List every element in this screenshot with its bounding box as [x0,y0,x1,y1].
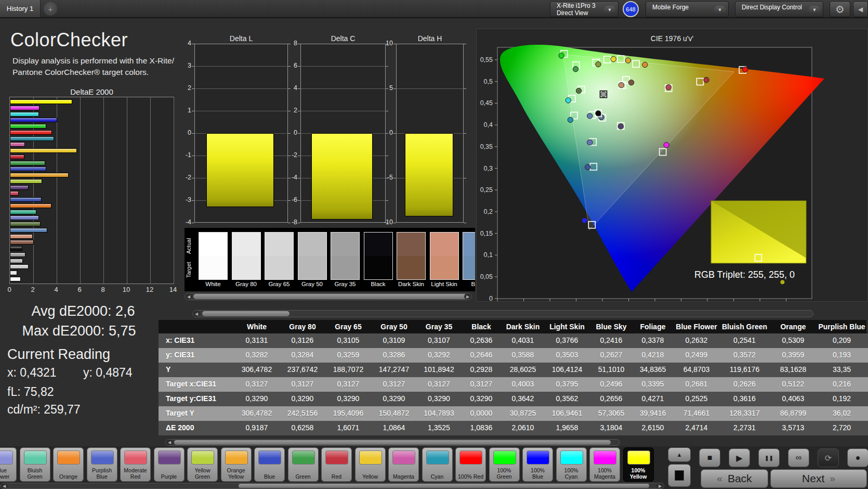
patch-swatch-white[interactable] [199,232,228,280]
patch-button-purplish-blue[interactable]: PurplishBlue [87,447,117,482]
record-button[interactable]: ● [847,448,868,467]
page-description-line2: Pantone ColorChecker® target colors. [12,68,149,77]
patch-button-blue-flower[interactable]: BlueFlower [0,447,17,482]
patch-color-swatch [459,451,482,465]
patch-swatch-light-skin[interactable] [430,232,459,280]
table-cell: 0,2626 [720,377,769,392]
patch-color-swatch [258,451,281,465]
table-col-header: Gray 65 [325,320,371,333]
patch-swatch-gray-50[interactable] [298,232,327,280]
scroll-right-icon[interactable]: ▶ [656,483,664,488]
table-row-label: ΔE 2000 [159,421,234,435]
patch-swatch-black[interactable] [364,232,393,280]
patch-button-orange[interactable]: Orange [53,447,84,482]
patch-button-100-red[interactable]: 100% Red [455,447,486,482]
patch-button-100--blue[interactable]: 100%Blue [522,447,553,482]
refresh-button[interactable]: ⟳ [818,448,839,467]
table-col-header: Dark Skin [502,320,544,333]
scroll-up-button[interactable]: ▲ [668,447,691,462]
display-control-dropdown[interactable]: Direct Display Control ▼ [735,1,823,17]
scroll-left-icon[interactable]: ◀ [185,293,192,300]
patch-button-100--green[interactable]: 100%Green [489,447,520,482]
patch-button-yellow[interactable]: Yellow [355,447,386,482]
patch-swatch-label: Gray 50 [294,281,331,287]
patch-button-purple[interactable]: Purple [154,447,185,482]
deltae-x-tick: 10 [119,286,134,293]
table-top-scrollbar-thumb[interactable] [202,311,290,316]
patch-button-moderate-red[interactable]: ModerateRed [120,447,151,482]
stop-button[interactable]: ■ [699,448,720,467]
table-top-scrollbar[interactable]: ◀ [192,310,813,317]
table-bottom-scrollbar-thumb[interactable] [174,440,611,445]
table-col-header: Orange [769,320,817,333]
swatch-scrollbar[interactable]: ◀ ▶ [185,293,472,300]
patch-swatch-blue[interactable] [463,232,475,280]
table-col-header: Blue Sky [590,320,633,333]
collapse-panel-button[interactable]: ◀ [853,1,868,17]
patch-button-orange-yellow[interactable]: OrangeYellow [221,447,252,482]
settings-button[interactable]: ⚙ [830,1,850,17]
measured-marker-black [596,111,601,116]
meter-count-badge[interactable]: 648 [623,1,639,17]
tab-history-1[interactable]: History 1 [0,0,41,17]
patch-button-red[interactable]: Red [321,447,352,482]
patch-button-blue[interactable]: Blue [254,447,285,482]
patch-button-magenta[interactable]: Magenta [388,447,419,482]
meter-dropdown[interactable]: X-Rite i1Pro 3 Direct View ▼ [550,1,619,17]
delta-y-tick: -10 [379,218,393,226]
deltae-bar-100-red [10,130,52,135]
patch-swatch-dark-skin[interactable] [397,232,426,280]
patch-swatch-gray-35[interactable] [331,232,360,280]
patch-button-100--magenta[interactable]: 100%Magenta [589,447,620,482]
play-button[interactable]: ▶ [729,448,750,467]
patch-strip-scrollbar-thumb[interactable] [239,484,649,488]
tick-mark [393,223,396,223]
patch-color-swatch [359,451,382,465]
pause-button[interactable]: ❚❚ [758,448,780,467]
patch-button-cyan[interactable]: Cyan [422,447,453,482]
table-cell: 0,2499 [673,348,720,363]
patch-swatch-gray-65[interactable] [265,232,294,280]
table-cell: 0,2541 [720,333,769,348]
patch-button-label: OrangeYellow [221,468,251,480]
patch-button-green[interactable]: Green [288,447,319,482]
back-button[interactable]: « Back [701,469,768,488]
deltae-gridline [150,97,151,284]
infinity-button[interactable]: ∞ [788,448,809,467]
table-cell: 306,4782 [234,406,280,421]
table-bottom-scrollbar[interactable]: ◀ [165,439,620,446]
patch-button-yellow-green[interactable]: YellowGreen [187,447,218,482]
table-row: ΔE 20000,91870,62581,60711,08641,35251,0… [159,421,868,435]
actual-color [199,233,227,256]
gear-icon: ⚙ [835,3,845,16]
patch-button-bluish-green[interactable]: BluishGreen [20,447,50,482]
patch-button-label: BluishGreen [20,468,50,480]
patch-swatch-gray-80[interactable] [232,232,261,280]
table-row-label: Target x:CIE31 [159,377,234,392]
table-cell: 0,3109 [371,333,417,348]
blank-screen-button[interactable] [668,464,691,487]
next-button[interactable]: Next » [770,469,867,488]
patch-color-swatch [426,451,449,465]
patch-strip-scrollbar[interactable]: ◀ ▶ [0,483,664,489]
add-tab-button[interactable]: + [44,2,57,16]
swatch-scrollbar-thumb[interactable] [193,294,468,299]
meter-mode: Direct View [557,9,588,17]
scroll-left-icon[interactable]: ◀ [193,311,200,317]
scroll-right-icon[interactable]: ▶ [464,293,471,300]
table-row-label: Target Y [159,406,234,421]
scroll-left-icon[interactable]: ◀ [166,440,173,445]
display-control-indicator [737,3,739,15]
delta-y-tick: -3 [178,196,191,203]
svg-text:0,55: 0,55 [480,56,493,63]
patch-color-swatch [91,451,114,465]
patch-button-100--cyan[interactable]: 100%Cyan [556,447,587,482]
scroll-left-icon[interactable]: ◀ [1,483,8,488]
patch-button-100--yellow[interactable]: 100%Yellow [623,447,654,482]
table-cell: 33,35 [817,363,866,377]
patch-color-swatch [527,451,549,465]
tick-mark [192,44,194,44]
table-cell: 0,3131 [234,333,280,348]
table-col-header: Blue Flower [673,320,720,333]
source-dropdown[interactable]: Mobile Forge ▼ [646,1,729,17]
